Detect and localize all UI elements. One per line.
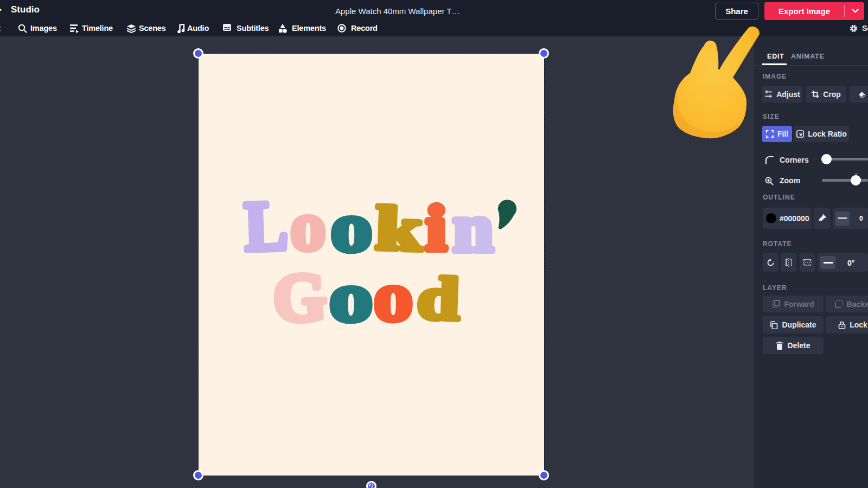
svg-text:o: o: [329, 259, 373, 337]
svg-text:o: o: [330, 188, 372, 266]
svg-text:o: o: [374, 258, 413, 336]
svg-text:G: G: [272, 259, 328, 336]
svg-text:i: i: [426, 193, 446, 264]
svg-text:n: n: [452, 190, 493, 266]
svg-text:o: o: [290, 187, 326, 265]
svg-text:k: k: [374, 194, 424, 264]
svg-text:L: L: [244, 186, 289, 266]
svg-text:d: d: [417, 264, 461, 332]
